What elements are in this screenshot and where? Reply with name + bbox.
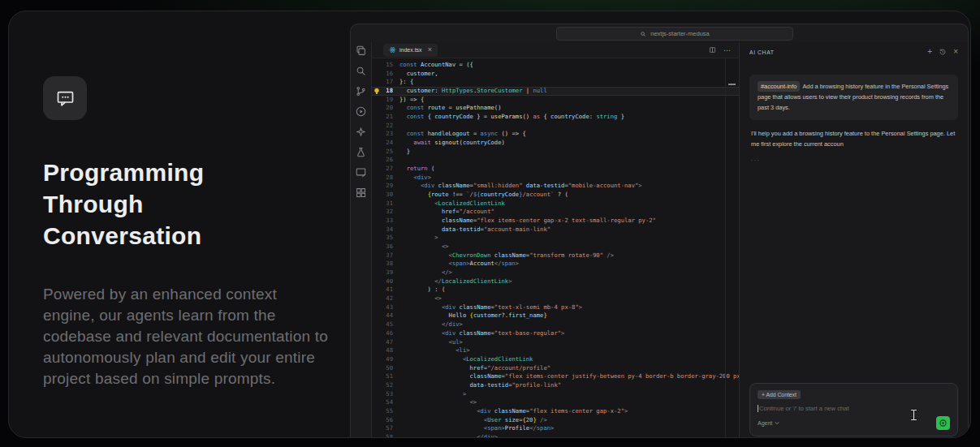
code-line: 40 </LocalizedClientLink> xyxy=(372,277,739,286)
command-search-bar[interactable]: nextjs-starter-medusa xyxy=(556,27,793,41)
editor-column: index.tsx × ⋯ 15const AccountNav = ({16 … xyxy=(372,42,739,438)
code-line: 29 <div className="small:hidden" data-te… xyxy=(372,182,739,191)
code-line: 35 > xyxy=(372,234,739,243)
activity-extensions-icon[interactable] xyxy=(355,125,368,138)
code-text: } xyxy=(393,148,410,157)
activity-testing-icon[interactable] xyxy=(355,145,368,158)
code-text: <div className="small:hidden" data-testi… xyxy=(393,182,642,191)
close-icon[interactable]: × xyxy=(953,48,958,56)
activity-layout-icon[interactable] xyxy=(355,186,368,199)
activity-source-control-icon[interactable] xyxy=(355,84,368,97)
tab-close-icon[interactable]: × xyxy=(428,46,432,54)
code-text: await signout(countryCode) xyxy=(393,139,505,148)
code-line: 24 await signout(countryCode) xyxy=(372,139,739,148)
editor-window: nextjs-starter-medusa index.tsx xyxy=(350,24,969,438)
tab-index-tsx[interactable]: index.tsx × xyxy=(383,44,438,57)
code-line: 50 href="/account/profile" xyxy=(372,364,739,373)
feature-card: Programming Through Conversation Powered… xyxy=(8,11,971,438)
code-line: 15const AccountNav = ({ xyxy=(372,61,739,70)
line-number: 43 xyxy=(381,303,393,312)
code-line: 31 <LocalizedClientLink xyxy=(372,200,739,208)
code-text: {route !== `/${countryCode}/account` ? ( xyxy=(393,191,568,200)
code-line: 18 customer: HttpTypes.StoreCustomer | n… xyxy=(372,87,739,96)
code-text: const { countryCode } = useParams() as {… xyxy=(393,113,624,122)
code-line: 46 <div className="text-base-regular"> xyxy=(372,329,739,338)
user-message: #account-infoAdd a browsing history feat… xyxy=(749,75,958,120)
chat-input-placeholder: Continue or '/' to start a new chat xyxy=(759,405,849,412)
code-text: <div className="text-base-regular"> xyxy=(393,329,564,338)
line-number: 17 xyxy=(381,78,393,87)
line-number: 37 xyxy=(381,251,393,260)
code-line: 20 const route = usePathname() xyxy=(372,104,739,113)
tab-label: index.tsx xyxy=(399,47,422,53)
activity-run-debug-icon[interactable] xyxy=(355,105,368,118)
agent-label: Agent xyxy=(758,420,772,426)
line-number: 32 xyxy=(381,208,393,217)
chevron-down-icon xyxy=(775,421,779,425)
line-number: 36 xyxy=(381,243,393,251)
code-text: href="/account" xyxy=(393,208,494,217)
code-text: > xyxy=(393,390,466,399)
activity-search-icon[interactable] xyxy=(355,64,368,77)
code-line: 56 <User size={20} /> xyxy=(372,416,739,425)
code-text: <li> xyxy=(393,346,470,355)
code-text: <LocalizedClientLink xyxy=(393,355,533,364)
code-text: data-testid="account-main-link" xyxy=(393,226,550,234)
line-number: 55 xyxy=(381,407,393,416)
chat-input-footer: Agent xyxy=(758,416,950,430)
activity-bar xyxy=(351,42,372,438)
chat-title: AI CHAT xyxy=(749,49,775,55)
send-icon xyxy=(938,418,948,428)
line-number: 38 xyxy=(381,260,393,269)
activity-explorer-icon[interactable] xyxy=(355,44,368,57)
code-text: </div> xyxy=(393,433,498,438)
line-number: 15 xyxy=(381,61,393,70)
window-main: index.tsx × ⋯ 15const AccountNav = ({16 … xyxy=(351,42,968,438)
code-line: 48 <li> xyxy=(372,346,739,355)
hero-title: Programming Through Conversation xyxy=(43,157,238,251)
code-line: 27 return ( xyxy=(372,165,739,174)
overview-ruler xyxy=(725,58,726,438)
code-text: customer, xyxy=(393,70,438,79)
code-text: return ( xyxy=(393,165,434,174)
line-number: 56 xyxy=(381,416,393,425)
landing-page: { "hero": { "icon": "chat-bubble", "titl… xyxy=(0,0,980,447)
history-icon[interactable] xyxy=(939,48,947,56)
code-text: data-testid="profile-link" xyxy=(393,381,561,390)
line-number: 27 xyxy=(381,165,393,174)
code-line: 16 customer, xyxy=(372,70,739,79)
code-line: 34 data-testid="account-main-link" xyxy=(372,226,739,234)
line-number: 46 xyxy=(381,329,393,338)
chat-input-field[interactable]: Continue or '/' to start a new chat xyxy=(758,405,950,412)
code-line: 42 <> xyxy=(372,294,739,303)
code-text: href="/account/profile" xyxy=(393,364,550,373)
code-line: 58 </div> xyxy=(372,433,739,438)
code-line: 39 </> xyxy=(372,269,739,277)
code-text: <ChevronDown className="transform rotate… xyxy=(393,251,614,260)
code-text: const route = usePathname() xyxy=(393,104,502,113)
line-number: 44 xyxy=(381,312,393,320)
agent-mode-selector[interactable]: Agent xyxy=(758,420,779,426)
lightbulb-icon[interactable] xyxy=(372,88,381,95)
overview-ruler-marker xyxy=(728,84,736,85)
activity-preview-icon[interactable] xyxy=(355,165,368,178)
line-number: 34 xyxy=(381,226,393,234)
chat-input-box[interactable]: + Add Context Continue or '/' to start a… xyxy=(749,383,958,436)
code-editor[interactable]: 15const AccountNav = ({16 customer,17}: … xyxy=(372,58,739,438)
code-text: <User size={20} /> xyxy=(393,416,547,425)
code-text: <div className="flex items-center gap-x-… xyxy=(393,407,628,416)
more-actions-icon[interactable]: ⋯ xyxy=(723,46,731,54)
line-number: 25 xyxy=(381,148,393,157)
hero-description: Powered by an enhanced context engine, o… xyxy=(43,284,332,389)
send-button[interactable] xyxy=(936,416,950,430)
code-text: <LocalizedClientLink xyxy=(393,200,505,208)
context-tag[interactable]: #account-info xyxy=(758,81,800,92)
code-text: <> xyxy=(393,294,442,303)
add-context-button[interactable]: + Add Context xyxy=(758,390,801,399)
new-chat-icon[interactable]: + xyxy=(927,48,932,56)
code-text: Hello {customer?.first_name} xyxy=(393,312,547,320)
line-number: 33 xyxy=(381,217,393,226)
chat-actions: + × xyxy=(927,48,958,56)
split-editor-icon[interactable] xyxy=(709,46,716,54)
code-line: 17}: { xyxy=(372,78,739,87)
